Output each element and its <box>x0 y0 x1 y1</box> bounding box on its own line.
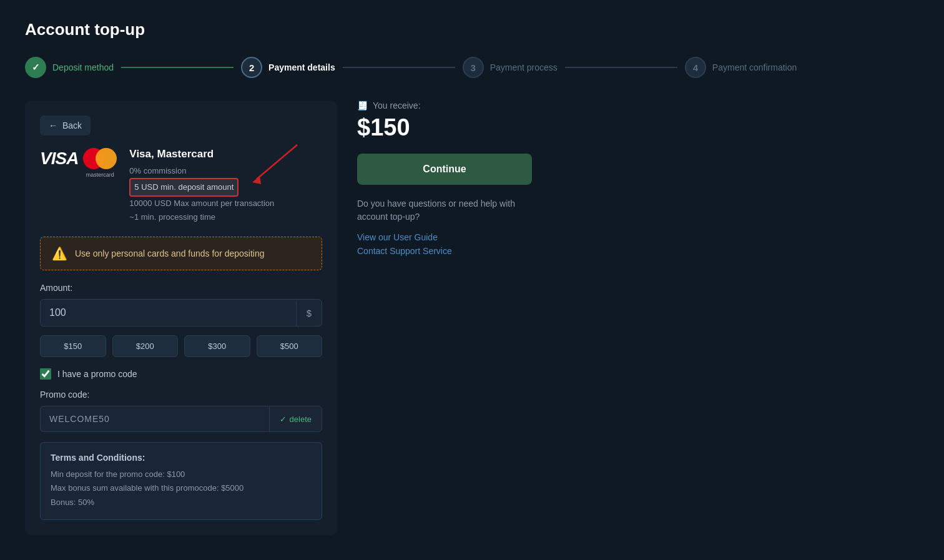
user-guide-link[interactable]: View our User Guide <box>357 232 532 242</box>
step-connector-2 <box>343 67 455 68</box>
warning-icon: ⚠️ <box>52 246 67 261</box>
amount-input[interactable] <box>41 300 296 326</box>
payment-name: Visa, Mastercard <box>129 148 322 160</box>
payment-info-list: 0% commission 5 USD min. deposit amount … <box>129 164 322 224</box>
promo-input-wrapper: ✓ delete <box>40 406 322 432</box>
step-2: 2 Payment details <box>241 57 335 78</box>
quick-amounts: $150 $200 $300 $500 <box>40 335 322 357</box>
amount-label: Amount: <box>40 283 322 293</box>
stepper: ✓ Deposit method 2 Payment details 3 Pay… <box>25 57 919 78</box>
min-deposit-info: 5 USD min. deposit amount <box>129 178 322 197</box>
max-amount-info: 10000 USD Max amount per transaction <box>129 197 322 210</box>
step-2-label: Payment details <box>268 62 335 72</box>
promo-checkbox[interactable] <box>40 368 51 380</box>
promo-checkbox-label[interactable]: I have a promo code <box>57 369 137 379</box>
min-deposit-highlight: 5 USD min. deposit amount <box>129 178 238 197</box>
receive-section: 🧾 You receive: $150 <box>357 101 532 141</box>
quick-amount-200[interactable]: $200 <box>112 335 179 357</box>
main-layout: ← Back VISA mastercard Visa, Mastercard <box>25 101 919 535</box>
mastercard-logo: mastercard <box>83 148 117 169</box>
quick-amount-300[interactable]: $300 <box>184 335 250 357</box>
left-panel: ← Back VISA mastercard Visa, Mastercard <box>25 101 337 535</box>
delete-label: delete <box>290 415 312 424</box>
card-panel: ← Back VISA mastercard Visa, Mastercard <box>25 101 337 535</box>
back-arrow-icon: ← <box>49 120 57 130</box>
promo-label: Promo code: <box>40 390 322 400</box>
step-3-circle: 3 <box>463 57 484 78</box>
step-connector-1 <box>121 67 234 68</box>
quick-amount-150[interactable]: $150 <box>40 335 106 357</box>
amount-input-wrapper: $ <box>40 299 322 327</box>
step-connector-3 <box>565 67 677 68</box>
promo-check-row: I have a promo code <box>40 368 322 380</box>
step-1-circle: ✓ <box>25 57 46 78</box>
quick-amount-500[interactable]: $500 <box>257 335 323 357</box>
delete-promo-button[interactable]: ✓ delete <box>269 407 322 431</box>
step-4-circle: 4 <box>685 57 706 78</box>
step-3-label: Payment process <box>490 62 558 72</box>
receive-label: 🧾 You receive: <box>357 101 532 111</box>
mc-text: mastercard <box>86 172 114 178</box>
back-label: Back <box>62 120 82 130</box>
payment-details-text: Visa, Mastercard 0% commission 5 USD min… <box>129 148 322 224</box>
step-4: 4 Payment confirmation <box>685 57 797 78</box>
back-button[interactable]: ← Back <box>40 115 91 135</box>
page-title: Account top-up <box>25 20 919 39</box>
receipt-icon: 🧾 <box>357 101 368 111</box>
processing-time-info: ~1 min. processing time <box>129 210 322 224</box>
warning-banner: ⚠️ Use only personal cards and funds for… <box>40 237 322 270</box>
continue-button[interactable]: Continue <box>357 154 532 185</box>
right-panel: 🧾 You receive: $150 Continue Do you have… <box>357 101 532 260</box>
step-1-label: Deposit method <box>52 62 114 72</box>
warning-text: Use only personal cards and funds for de… <box>75 248 265 258</box>
receive-amount: $150 <box>357 114 532 141</box>
terms-box: Terms and Conditions: Min deposit for th… <box>40 442 322 519</box>
check-icon: ✓ <box>280 415 287 424</box>
support-link[interactable]: Contact Support Service <box>357 246 532 256</box>
step-4-label: Payment confirmation <box>712 62 797 72</box>
terms-min-deposit: Min deposit for the promo code: $100 <box>51 468 312 481</box>
commission-info: 0% commission <box>129 164 322 178</box>
terms-max-bonus: Max bonus sum available with this promoc… <box>51 481 312 495</box>
help-text: Do you have questions or need help with … <box>357 197 532 224</box>
step-2-circle: 2 <box>241 57 262 78</box>
currency-symbol: $ <box>296 300 322 326</box>
mc-circle-right <box>96 148 117 169</box>
receive-label-text: You receive: <box>373 101 421 111</box>
step-1: ✓ Deposit method <box>25 57 114 78</box>
visa-logo: VISA <box>40 149 78 169</box>
payment-method-info: VISA mastercard Visa, Mastercard 0% comm… <box>40 148 322 224</box>
terms-bonus: Bonus: 50% <box>51 496 312 509</box>
terms-title: Terms and Conditions: <box>51 453 312 463</box>
card-logos: VISA mastercard <box>40 148 117 169</box>
promo-input[interactable] <box>41 406 269 431</box>
step-3: 3 Payment process <box>463 57 558 78</box>
